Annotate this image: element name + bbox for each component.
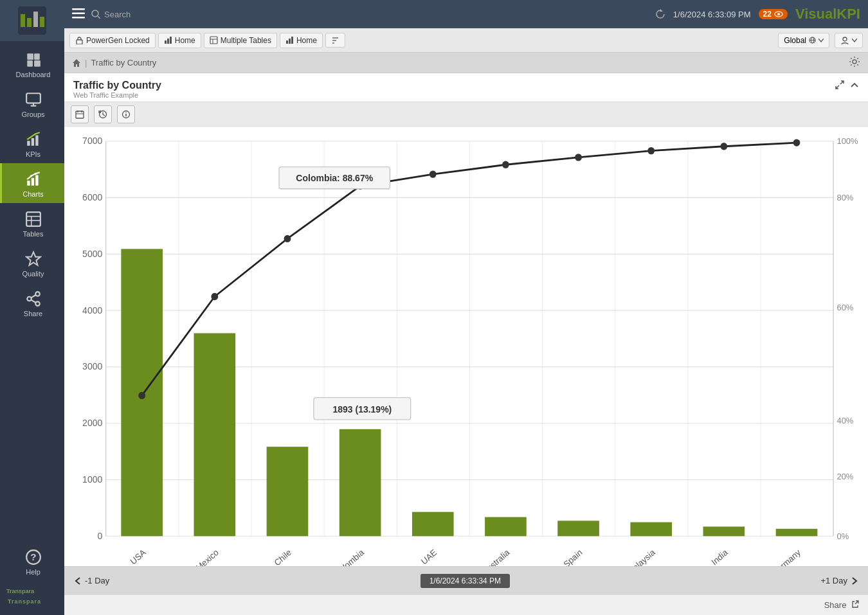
bar-spain[interactable]	[557, 521, 599, 536]
svg-rect-9	[26, 93, 41, 103]
main-content: Search 1/6/2024 6:33:09 PM 22 VisualKPI	[64, 0, 868, 615]
calendar-button[interactable]	[71, 105, 89, 123]
svg-text:Colombia: Colombia	[333, 547, 366, 566]
info-icon	[122, 110, 131, 119]
svg-text:0: 0	[97, 530, 102, 540]
svg-rect-14	[35, 136, 38, 146]
bar-germany[interactable]	[776, 529, 818, 536]
bottom-date: 1/6/2024 6:33:34 PM	[420, 574, 510, 588]
sidebar-item-tables[interactable]: Tables	[0, 203, 64, 243]
svg-rect-34	[72, 12, 85, 14]
svg-text:Chile: Chile	[273, 548, 293, 566]
bar-uae[interactable]	[412, 512, 454, 537]
sidebar-item-label: Charts	[23, 190, 43, 198]
alert-badge[interactable]: 22	[759, 9, 788, 19]
next-day-label: +1 Day	[820, 576, 847, 585]
svg-rect-7	[27, 60, 33, 67]
user-chevron-icon	[852, 39, 857, 42]
svg-rect-44	[170, 37, 172, 44]
sidebar-item-label: Quality	[22, 270, 44, 278]
charts-icon	[25, 171, 42, 188]
refresh-icon[interactable]	[655, 9, 665, 19]
calendar-icon	[75, 110, 84, 119]
global-selector[interactable]: Global	[778, 33, 829, 48]
topbar: Search 1/6/2024 6:33:09 PM 22 VisualKPI	[64, 0, 868, 28]
sidebar-item-label: KPIs	[26, 150, 41, 158]
svg-point-18	[30, 175, 32, 177]
bar-mexico[interactable]	[194, 333, 236, 536]
share-link[interactable]: Share	[824, 600, 859, 610]
sidebar-item-help[interactable]: ? Help	[0, 541, 64, 581]
history-button[interactable]	[94, 105, 112, 123]
breadcrumb: | Traffic by Country	[64, 53, 868, 73]
svg-text:20%: 20%	[837, 472, 854, 481]
svg-text:0%: 0%	[837, 531, 849, 540]
chart-svg-container: 7000 6000 5000 4000 3000 2000 1000	[64, 127, 868, 566]
visualkpi-logo: VisualKPI	[795, 6, 860, 22]
svg-rect-5	[27, 53, 33, 60]
navbar-powergen[interactable]: PowerGen Locked	[69, 33, 156, 48]
dashboard-icon	[25, 51, 42, 68]
bar-india[interactable]	[703, 526, 745, 536]
svg-text:India: India	[710, 547, 730, 566]
global-icon	[809, 37, 816, 44]
svg-point-36	[92, 10, 98, 17]
share-icon	[25, 290, 42, 307]
expand-icon[interactable]	[835, 80, 845, 93]
kpis-icon	[25, 131, 42, 148]
svg-text:Transpara: Transpara	[8, 598, 41, 605]
quality-icon	[25, 251, 42, 267]
sidebar-item-groups[interactable]: Groups	[0, 84, 64, 123]
sidebar-item-label: Tables	[23, 230, 44, 238]
bar-chile[interactable]	[267, 447, 309, 536]
next-day-button[interactable]: +1 Day	[820, 576, 858, 585]
navbar-home2[interactable]: Home	[280, 33, 323, 48]
navbar-sort[interactable]	[325, 33, 345, 48]
logo-bold: Visual	[795, 6, 836, 22]
svg-rect-48	[286, 40, 288, 44]
svg-rect-2	[27, 18, 32, 27]
sidebar-item-label: Help	[26, 568, 41, 576]
settings-button[interactable]	[849, 56, 860, 69]
navbar-home2-label: Home	[296, 36, 317, 45]
next-arrow-icon	[851, 576, 858, 585]
svg-rect-50	[291, 37, 293, 44]
home-icon[interactable]	[72, 58, 81, 67]
sidebar-item-quality[interactable]: Quality	[0, 243, 64, 283]
navbar-multitable[interactable]: Multiple Tables	[204, 33, 277, 48]
svg-point-57	[843, 37, 847, 41]
global-label: Global	[784, 36, 806, 45]
svg-line-37	[98, 16, 100, 19]
svg-rect-8	[34, 60, 41, 67]
sort-icon	[331, 36, 339, 44]
svg-text:80%: 80%	[837, 193, 854, 202]
navbar-home1[interactable]: Home	[158, 33, 201, 48]
svg-rect-59	[76, 111, 84, 118]
dot-germany	[793, 139, 800, 146]
sidebar-item-charts[interactable]: Charts	[0, 163, 64, 203]
search-bar[interactable]: Search	[91, 10, 649, 19]
svg-text:Mexico: Mexico	[194, 548, 221, 566]
sidebar-item-dashboard[interactable]: Dashboard	[0, 44, 64, 84]
svg-rect-49	[289, 39, 291, 44]
svg-rect-6	[34, 53, 40, 60]
info-button[interactable]	[117, 105, 135, 123]
user-button[interactable]	[835, 33, 863, 48]
svg-rect-4	[40, 17, 44, 27]
prev-arrow-icon	[75, 576, 81, 585]
sidebar-item-share[interactable]: Share	[0, 283, 64, 323]
bar-malaysia[interactable]	[630, 522, 672, 537]
bar-australia[interactable]	[485, 517, 527, 537]
hamburger-icon	[72, 8, 85, 19]
bar-colombia[interactable]	[339, 429, 381, 536]
prev-day-button[interactable]: -1 Day	[75, 576, 109, 585]
svg-rect-35	[72, 17, 85, 19]
sidebar-item-kpis[interactable]: KPIs	[0, 123, 64, 163]
share-label: Share	[824, 600, 847, 610]
chart-title: Traffic by Country	[73, 80, 161, 91]
chevron-down-icon	[818, 39, 824, 42]
help-icon: ?	[25, 549, 42, 566]
collapse-icon[interactable]	[850, 80, 859, 92]
menu-icon[interactable]	[72, 8, 85, 21]
navbar-right: Global	[778, 33, 863, 48]
